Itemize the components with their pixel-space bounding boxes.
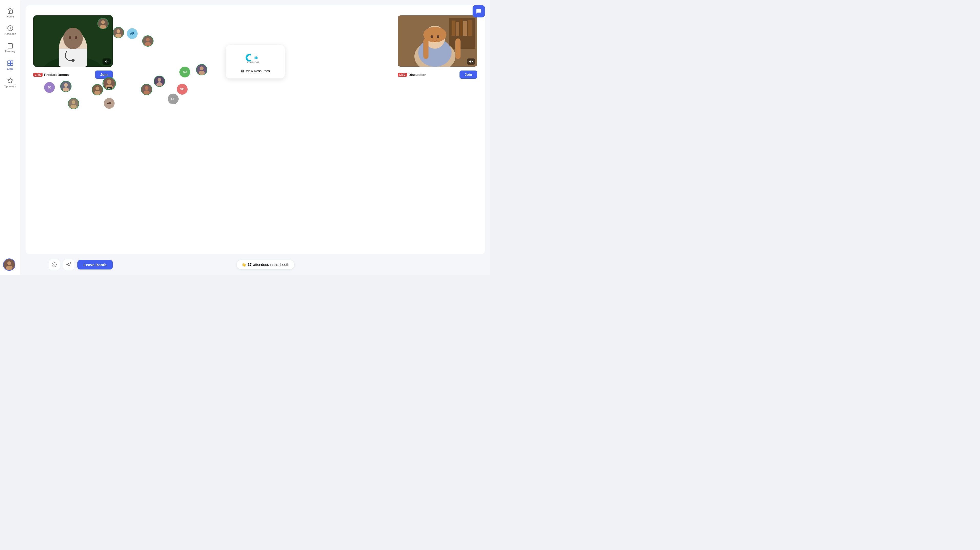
attendees-badge: 👋 17 attendees in this booth (236, 260, 294, 269)
attendee-so-initials: SO (180, 88, 184, 91)
svg-point-17 (63, 28, 83, 49)
svg-point-71 (72, 100, 76, 104)
navigation-button[interactable] (63, 259, 74, 270)
sidebar-expo-label: Expo (7, 67, 13, 70)
svg-point-12 (6, 266, 13, 270)
svg-rect-28 (460, 19, 463, 36)
right-live-dot: LIVE (398, 73, 407, 77)
svg-rect-5 (8, 61, 10, 63)
sidebar-item-sponsors[interactable]: Sponsors (2, 75, 19, 90)
right-join-button[interactable]: Join (460, 70, 477, 79)
expo-area: LIVE Product Demos Join (25, 5, 485, 254)
svg-rect-43 (255, 57, 258, 59)
svg-marker-21 (105, 60, 107, 62)
sidebar: Home Sessions Itinerary Expo Sp (0, 0, 21, 275)
sidebar-item-expo[interactable]: Expo (2, 57, 19, 73)
attendee-bubble-so[interactable]: SO (177, 84, 188, 95)
attendee-bubble-jc[interactable]: JC (44, 82, 55, 93)
attendee-bubble-ar[interactable]: AR (127, 28, 138, 39)
svg-rect-26 (452, 21, 455, 36)
speaker-muted-right-icon (469, 59, 473, 64)
svg-point-65 (95, 86, 99, 90)
svg-point-63 (63, 88, 69, 92)
user-avatar[interactable] (3, 258, 15, 271)
oaklandplus-logo-svg: OAKLANDPLUS (245, 51, 266, 64)
booth-card: OAKLANDPLUS View Resources (226, 45, 285, 78)
svg-rect-1 (8, 44, 13, 48)
booth-logo: OAKLANDPLUS (245, 50, 266, 65)
chat-button[interactable] (473, 5, 485, 18)
svg-point-54 (115, 33, 121, 38)
user-avatar-image (3, 259, 15, 270)
attendee-bubble-sj[interactable]: SJ (180, 67, 190, 77)
svg-rect-8 (11, 63, 13, 65)
bottom-bar: Leave Booth 👋 17 attendees in this booth (41, 254, 490, 275)
right-live-badge: LIVE Discussion (398, 73, 426, 77)
svg-point-56 (146, 38, 150, 41)
sidebar-home-label: Home (6, 15, 14, 18)
video-left-label-row: LIVE Product Demos Join (33, 70, 113, 79)
video-card-right (398, 15, 477, 67)
attendee-bubble-sponsor[interactable] (154, 76, 165, 87)
svg-rect-36 (455, 38, 461, 59)
me-bubble[interactable]: ME (102, 77, 116, 90)
left-live-badge: LIVE Product Demos (33, 73, 69, 77)
leave-booth-button[interactable]: Leave Booth (77, 260, 113, 269)
settings-icon (52, 262, 57, 267)
attendees-text: attendees in this booth (253, 263, 290, 267)
svg-point-38 (437, 35, 439, 38)
me-label: ME (107, 87, 112, 90)
attendee-bubble-2[interactable] (113, 27, 124, 38)
mute-icon-left[interactable] (102, 59, 111, 65)
sidebar-sessions-label: Sessions (5, 32, 16, 35)
svg-point-51 (100, 25, 106, 29)
settings-button[interactable] (49, 259, 60, 270)
svg-point-69 (143, 91, 150, 95)
svg-point-62 (64, 83, 68, 87)
attendee-bubble-1[interactable] (97, 18, 109, 29)
video-right-placeholder (398, 15, 477, 67)
attendee-bubble-4[interactable] (142, 35, 154, 47)
attendee-bubble-woman-left[interactable] (68, 98, 79, 109)
svg-point-19 (75, 36, 77, 39)
home-icon (7, 8, 13, 14)
svg-marker-80 (67, 263, 71, 267)
attendee-bubble-right-mid[interactable] (141, 84, 152, 95)
left-live-dot: LIVE (33, 73, 43, 77)
main-content: LIVE Product Demos Join (21, 0, 490, 275)
svg-rect-48 (242, 72, 243, 72)
svg-point-79 (54, 264, 55, 265)
chat-icon (476, 8, 482, 14)
itinerary-icon (7, 43, 13, 49)
svg-point-11 (8, 261, 11, 265)
svg-rect-29 (463, 21, 467, 36)
navigation-icon (66, 262, 71, 267)
attendee-bubble-ef[interactable]: EF (168, 94, 179, 104)
attendee-bubble-far-right[interactable] (196, 64, 207, 75)
svg-point-57 (145, 42, 151, 47)
sessions-icon (7, 25, 13, 31)
svg-text:OAKLANDPLUS: OAKLANDPLUS (247, 61, 259, 63)
view-resources-button[interactable]: View Resources (237, 67, 273, 74)
attendee-sj-initials: SJ (183, 70, 187, 74)
svg-point-53 (117, 29, 121, 33)
sidebar-itinerary-label: Itinerary (5, 50, 15, 53)
svg-point-78 (156, 82, 162, 87)
svg-rect-35 (423, 38, 428, 59)
attendee-bubble-middle[interactable] (92, 84, 103, 96)
mute-icon-right[interactable] (467, 59, 475, 65)
video-right-label-row: LIVE Discussion Join (398, 70, 477, 79)
svg-rect-27 (456, 22, 459, 36)
sidebar-item-sessions[interactable]: Sessions (2, 22, 19, 38)
sidebar-sponsors-label: Sponsors (4, 84, 16, 88)
sidebar-item-home[interactable]: Home (2, 5, 19, 21)
attendee-ef-initials: EF (171, 97, 175, 101)
attendee-bubble-glasses[interactable] (60, 81, 72, 92)
svg-point-18 (69, 36, 71, 39)
right-video-title: Discussion (409, 73, 426, 77)
svg-rect-30 (468, 20, 472, 36)
view-resources-label: View Resources (246, 69, 270, 73)
sidebar-item-itinerary[interactable]: Itinerary (2, 40, 19, 56)
speaker-muted-icon (105, 59, 109, 64)
attendee-bubble-ak[interactable]: AK (104, 98, 115, 109)
